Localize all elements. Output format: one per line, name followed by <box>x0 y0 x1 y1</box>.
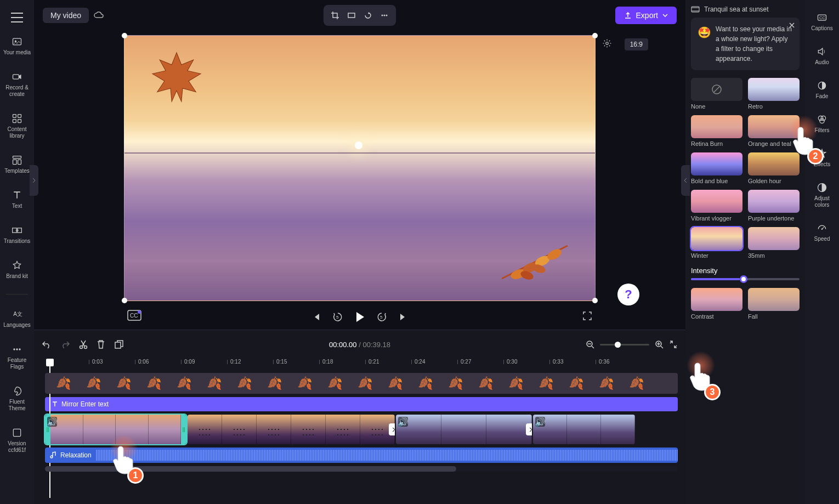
clip-mute-icon[interactable]: 🔊 <box>535 417 545 427</box>
project-title[interactable]: My video <box>43 8 89 23</box>
sidebar-record-create[interactable]: Record & create <box>0 66 34 103</box>
close-icon[interactable] <box>789 22 795 29</box>
sidebar-more[interactable]: Feature Flags <box>0 338 34 376</box>
filter-retro[interactable]: Retro <box>748 78 800 110</box>
filter-none[interactable]: None <box>691 78 742 110</box>
rotate-icon[interactable] <box>361 8 375 22</box>
svg-point-27 <box>606 42 609 45</box>
video-clip-3[interactable]: 🔊 ⤭ <box>396 415 532 444</box>
svg-point-33 <box>80 346 83 349</box>
skip-back-icon[interactable] <box>311 312 321 322</box>
sidebar-your-media[interactable]: Your media <box>1 31 33 61</box>
tick: 0:27 <box>461 359 471 365</box>
sidebar-content-library[interactable]: Content library <box>0 107 34 145</box>
sticker-track[interactable]: 🍂🍂🍂🍂🍂🍂🍂🍂🍂🍂🍂🍂🍂🍂🍂🍂🍂🍂🍂🍂 <box>45 373 678 394</box>
filter-winter[interactable]: Winter <box>691 227 742 259</box>
filter-retina-burn[interactable]: Retina Burn <box>691 115 742 147</box>
filter-golden-hour[interactable]: Golden hour <box>748 152 800 184</box>
timeline-ruler[interactable]: 0:03 0:06 0:09 0:12 0:15 0:18 0:21 0:24 … <box>45 359 678 370</box>
prop-captions[interactable]: CCCaptions <box>809 7 835 37</box>
zoom-slider[interactable] <box>600 344 649 346</box>
prop-effects[interactable]: Effects <box>812 143 832 173</box>
intensity-control: Intensity <box>691 267 800 280</box>
clip-mute-icon[interactable]: 🔊 <box>398 417 408 427</box>
video-canvas[interactable] <box>124 35 596 301</box>
resize-handle-tr[interactable] <box>592 33 598 38</box>
cloud-sync-icon[interactable] <box>93 11 104 20</box>
sidebar-brand-kit[interactable]: Brand kit <box>4 254 30 285</box>
forward-5-icon[interactable]: 5 <box>376 312 387 322</box>
expand-right-handle[interactable] <box>681 165 690 196</box>
filter-35mm[interactable]: 35mm <box>748 227 800 259</box>
expand-left-handle[interactable] <box>30 165 38 196</box>
prop-fade[interactable]: Fade <box>814 75 831 105</box>
zoom-in-icon[interactable] <box>655 340 664 349</box>
hamburger-menu-icon[interactable] <box>8 9 26 26</box>
preview-zone: 16:9 CC 5 5 ? <box>34 31 685 330</box>
filter-tip-card: 🤩 Want to see your media in a whole new … <box>691 18 800 70</box>
filter-vibrant-vlogger[interactable]: Vibrant vlogger <box>691 190 742 222</box>
upload-icon <box>624 12 632 19</box>
help-button[interactable]: ? <box>617 284 639 305</box>
transition-icon[interactable]: ⤭ <box>526 423 532 435</box>
clip-mute-icon[interactable]: 🔊 <box>47 417 57 427</box>
intensity-slider[interactable] <box>691 278 800 280</box>
export-button[interactable]: Export <box>615 7 677 24</box>
filter-fall[interactable]: Fall <box>748 288 800 320</box>
svg-rect-3 <box>13 115 16 118</box>
sidebar-templates[interactable]: Templates <box>2 149 32 180</box>
tick: 0:33 <box>553 359 563 365</box>
maple-leaf-sticker[interactable] <box>141 47 212 107</box>
resize-handle-bl[interactable] <box>122 298 127 303</box>
resize-handle-br[interactable] <box>592 298 598 303</box>
rewind-5-icon[interactable]: 5 <box>332 312 343 322</box>
prop-adjust-colors[interactable]: Adjust colors <box>805 177 839 214</box>
fullscreen-icon[interactable] <box>582 311 592 321</box>
video-clip-4[interactable]: 🔊 <box>533 415 635 444</box>
prop-speed[interactable]: Speed <box>812 217 832 248</box>
svg-point-18 <box>381 15 383 16</box>
filter-contrast[interactable]: Contrast <box>691 288 742 320</box>
play-icon[interactable] <box>354 311 365 323</box>
branch-leaves-sticker[interactable] <box>496 235 573 284</box>
sidebar-fluent-theme[interactable]: Fluent Theme <box>0 380 34 417</box>
aspect-ratio-chip[interactable]: 16:9 <box>625 38 648 50</box>
prop-audio[interactable]: Audio <box>813 41 831 71</box>
crop-icon[interactable] <box>328 8 342 22</box>
playhead[interactable] <box>46 359 54 366</box>
svg-text:CC: CC <box>819 15 825 20</box>
video-clip-1[interactable]: || 🔊 || <box>45 415 186 444</box>
filter-bold-blue[interactable]: Bold and blue <box>691 152 742 184</box>
svg-point-14 <box>16 348 18 350</box>
clip-handle-right[interactable]: || <box>181 415 186 444</box>
captions-toggle-icon[interactable]: CC <box>127 310 141 321</box>
transition-icon[interactable]: ⤭ <box>389 423 395 435</box>
timeline-scrollbar[interactable] <box>45 466 678 472</box>
audio-clip[interactable]: Relaxation <box>45 448 678 463</box>
resize-handle-tl[interactable] <box>122 33 127 38</box>
delete-icon[interactable] <box>97 339 105 349</box>
split-icon[interactable] <box>79 339 88 349</box>
prop-filters[interactable]: Filters <box>812 109 831 139</box>
sidebar-version[interactable]: Version ccfd61f <box>0 422 34 459</box>
svg-text:5: 5 <box>380 315 383 320</box>
video-clip-2[interactable]: 🔊 ⤭ <box>188 415 395 444</box>
more-icon[interactable] <box>377 8 392 22</box>
sidebar-transitions[interactable]: Transitions <box>2 219 33 250</box>
fit-zoom-icon[interactable] <box>669 340 678 349</box>
sidebar-languages[interactable]: A文 Languages <box>1 303 33 334</box>
frame-icon[interactable] <box>344 8 359 22</box>
text-clip[interactable]: Mirror Enter text <box>45 397 678 411</box>
duplicate-icon[interactable] <box>114 339 124 349</box>
filter-purple-undertone[interactable]: Purple undertone <box>748 190 800 222</box>
filter-orange-teal[interactable]: Orange and teal <box>748 115 800 147</box>
sidebar-text[interactable]: Text <box>9 184 25 215</box>
skip-forward-icon[interactable] <box>398 312 408 322</box>
property-sidebar: CCCaptions Audio Fade Filters Effects Ad… <box>805 0 839 504</box>
undo-icon[interactable] <box>42 340 52 349</box>
canvas-settings-icon[interactable] <box>602 38 612 48</box>
zoom-out-icon[interactable] <box>586 340 594 349</box>
waveform <box>96 450 678 461</box>
svg-rect-17 <box>348 13 355 18</box>
redo-icon[interactable] <box>60 340 70 349</box>
